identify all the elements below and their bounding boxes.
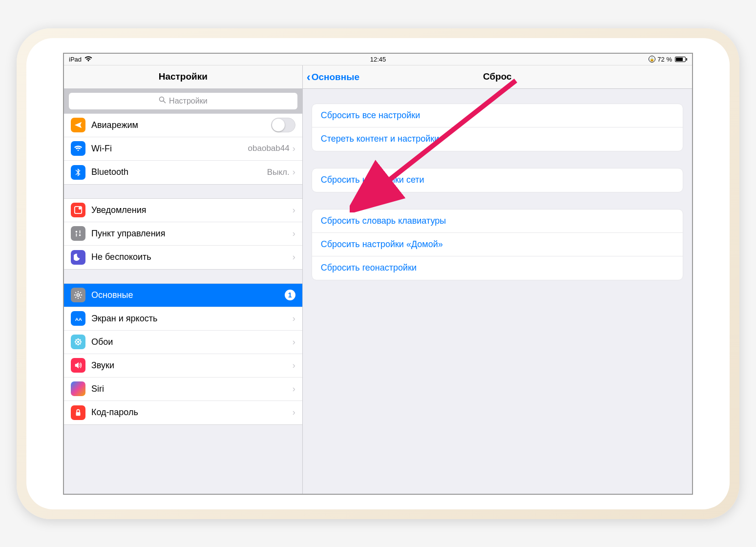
badge: 1 (285, 290, 295, 300)
toggle-switch[interactable] (271, 118, 295, 132)
rotation-lock-icon: 🔒 (649, 56, 655, 63)
sidebar-item-notifications[interactable]: Уведомления› (64, 199, 302, 222)
clock: 12:45 (275, 56, 481, 63)
sidebar-item-wifi[interactable]: Wi-Fiobaobab44› (64, 137, 302, 161)
sidebar-item-label: Bluetooth (91, 167, 267, 177)
search-wrap: Настройки (64, 89, 302, 113)
reset-all-settings[interactable]: Сбросить все настройки (312, 104, 683, 127)
lock-icon (71, 405, 85, 420)
device-label: iPad (69, 56, 82, 63)
sidebar-item-general[interactable]: Основные1 (64, 284, 302, 307)
svg-point-16 (79, 339, 81, 341)
chevron-right-icon: › (293, 252, 295, 262)
svg-point-10 (77, 341, 80, 343)
moon-icon (71, 250, 85, 265)
svg-text:AA: AA (75, 316, 82, 322)
chevron-right-icon: › (293, 384, 295, 394)
page-title: Сброс (483, 71, 512, 82)
sidebar-item-control-center[interactable]: Пункт управления› (64, 222, 302, 246)
sidebar-item-label: Пункт управления (91, 229, 293, 239)
chevron-right-icon: › (293, 229, 295, 239)
svg-point-11 (77, 338, 79, 340)
control-icon (71, 226, 85, 241)
notif-icon (71, 203, 85, 217)
device-bezel: iPad 12:45 🔒 72 % Настройки (26, 38, 730, 509)
wifi-icon (84, 56, 92, 62)
search-placeholder: Настройки (169, 97, 207, 105)
chevron-left-icon: ‹ (307, 71, 311, 83)
sidebar-item-label: Wi-Fi (91, 144, 248, 154)
reset-keyboard-dict[interactable]: Сбросить словарь клавиатуры (312, 210, 683, 233)
search-input[interactable]: Настройки (69, 93, 297, 109)
sidebar-item-label: Экран и яркость (91, 314, 293, 324)
sidebar-item-value: Выкл. (267, 168, 290, 177)
svg-point-3 (79, 207, 81, 210)
sidebar-item-label: Siri (91, 384, 293, 394)
svg-point-0 (160, 97, 164, 102)
chevron-right-icon: › (293, 337, 295, 347)
svg-point-18 (79, 343, 81, 345)
svg-point-17 (75, 343, 77, 345)
status-bar: iPad 12:45 🔒 72 % (64, 54, 692, 65)
battery-percent: 72 % (657, 56, 672, 63)
chevron-right-icon: › (293, 360, 295, 371)
reset-home-layout[interactable]: Сбросить настройки «Домой» (312, 233, 683, 256)
svg-rect-19 (76, 412, 81, 416)
back-label: Основные (312, 72, 359, 83)
sidebar-item-wallpaper[interactable]: Обои› (64, 331, 302, 354)
back-button[interactable]: ‹ Основные (307, 65, 359, 89)
chevron-right-icon: › (293, 167, 295, 177)
svg-point-15 (75, 339, 77, 341)
sidebar-item-label: Не беспокоить (91, 252, 293, 262)
sidebar-item-value: obaobab44 (248, 144, 290, 153)
chevron-right-icon: › (293, 314, 295, 324)
sidebar-item-bluetooth[interactable]: BluetoothВыкл.› (64, 161, 302, 184)
sidebar-item-sounds[interactable]: Звуки› (64, 354, 302, 378)
sidebar-item-label: Обои (91, 337, 293, 347)
sidebar-item-label: Авиарежим (91, 120, 271, 130)
svg-point-8 (77, 294, 79, 296)
svg-point-12 (77, 344, 79, 346)
sidebar-item-airplane[interactable]: Авиарежим (64, 114, 302, 137)
chevron-right-icon: › (293, 205, 295, 215)
airplane-icon (71, 118, 85, 132)
sidebar-item-dnd[interactable]: Не беспокоить› (64, 246, 302, 269)
siri-icon (71, 381, 85, 396)
flower-icon (71, 335, 85, 349)
sidebar-title: Настройки (64, 65, 302, 89)
reset-network-settings[interactable]: Сбросить настройки сети (312, 168, 683, 192)
display-icon: AA (71, 311, 85, 326)
chevron-right-icon: › (293, 407, 295, 418)
gear-icon (71, 288, 85, 302)
sidebar-item-label: Звуки (91, 360, 293, 371)
sidebar-item-display[interactable]: AAЭкран и яркость› (64, 307, 302, 331)
svg-point-4 (76, 231, 78, 233)
bluetooth-icon (71, 165, 85, 180)
detail-header: ‹ Основные Сброс (303, 65, 692, 89)
battery-icon (674, 57, 687, 62)
sidebar-item-label: Основные (91, 290, 285, 300)
ipad-frame: iPad 12:45 🔒 72 % Настройки (17, 28, 739, 519)
erase-all-content[interactable]: Стереть контент и настройки (312, 127, 683, 151)
sidebar-item-label: Уведомления (91, 205, 293, 215)
search-icon (159, 96, 166, 105)
sidebar-item-passcode[interactable]: Код-пароль› (64, 401, 302, 424)
settings-sidebar: Настройки Настройки АвиарежимWi-Fiobaoba… (64, 65, 303, 494)
svg-point-6 (79, 234, 81, 236)
wifi-icon (71, 141, 85, 156)
sidebar-item-siri[interactable]: Siri› (64, 378, 302, 401)
screen: iPad 12:45 🔒 72 % Настройки (63, 53, 693, 495)
sidebar-item-label: Код-пароль (91, 407, 293, 418)
sound-icon (71, 358, 85, 373)
detail-pane: ‹ Основные Сброс Сбросить все настройкиС… (303, 65, 692, 494)
svg-point-13 (75, 341, 77, 343)
reset-location-privacy[interactable]: Сбросить геонастройки (312, 256, 683, 280)
chevron-right-icon: › (293, 144, 295, 154)
svg-line-1 (164, 101, 166, 104)
svg-point-14 (80, 341, 82, 343)
